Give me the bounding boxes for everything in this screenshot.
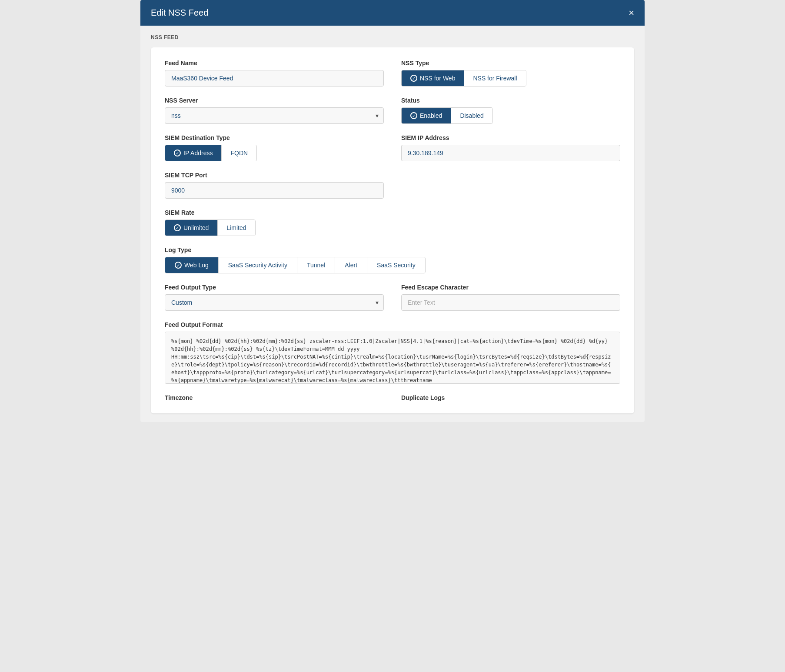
saas-security-label: SaaS Security <box>377 262 416 269</box>
siem-ip-address-label: SIEM IP Address <box>401 134 620 141</box>
timezone-group: Timezone <box>165 394 384 401</box>
unlimited-btn[interactable]: ✓ Unlimited <box>165 220 217 236</box>
alert-label: Alert <box>345 262 357 269</box>
siem-destination-type-group: SIEM Destination Type ✓ IP Address FQDN <box>165 134 384 161</box>
feed-escape-character-input[interactable] <box>401 294 620 311</box>
nss-server-select-wrapper: nss ▾ <box>165 107 384 124</box>
close-button[interactable]: × <box>629 8 634 18</box>
duplicate-logs-label: Duplicate Logs <box>401 394 620 401</box>
siem-tcp-port-label: SIEM TCP Port <box>165 172 384 179</box>
feed-name-label: Feed Name <box>165 60 384 67</box>
nss-web-label: NSS for Web <box>420 75 455 82</box>
fqdn-label: FQDN <box>230 150 248 156</box>
siem-tcp-port-input[interactable] <box>165 182 384 199</box>
timezone-label: Timezone <box>165 394 384 401</box>
fqdn-btn[interactable]: FQDN <box>221 145 256 161</box>
saas-security-activity-label: SaaS Security Activity <box>228 262 287 269</box>
tunnel-label: Tunnel <box>307 262 325 269</box>
enabled-label: Enabled <box>420 112 442 119</box>
nss-type-group: NSS Type ✓ NSS for Web NSS for Firewall <box>401 60 620 86</box>
check-icon: ✓ <box>174 150 181 156</box>
modal-header: Edit NSS Feed × <box>140 0 645 26</box>
limited-label: Limited <box>226 224 246 231</box>
disabled-label: Disabled <box>460 112 483 119</box>
siem-rate-right-spacer <box>401 209 620 236</box>
nss-web-btn[interactable]: ✓ NSS for Web <box>402 70 464 86</box>
alert-btn[interactable]: Alert <box>335 257 367 273</box>
check-icon: ✓ <box>175 262 182 269</box>
log-type-toggle: ✓ Web Log SaaS Security Activity Tunnel … <box>165 257 426 273</box>
section-label: NSS FEED <box>151 34 634 40</box>
nss-firewall-label: NSS for Firewall <box>473 75 517 82</box>
modal-body: NSS FEED Feed Name NSS Type ✓ NSS for We… <box>140 26 645 422</box>
feed-output-type-select-wrapper: Custom CEF LEEF JSON ▾ <box>165 294 384 311</box>
check-icon: ✓ <box>410 75 417 82</box>
nss-type-toggle: ✓ NSS for Web NSS for Firewall <box>401 70 526 86</box>
nss-server-group: NSS Server nss ▾ <box>165 97 384 124</box>
tunnel-btn[interactable]: Tunnel <box>297 257 335 273</box>
web-log-label: Web Log <box>184 262 209 269</box>
siem-destination-toggle: ✓ IP Address FQDN <box>165 145 257 161</box>
log-type-label: Log Type <box>165 246 620 253</box>
siem-tcp-port-right-spacer <box>401 172 620 199</box>
feed-output-format-textarea[interactable]: %s{mon} %02d{dd} %02d{hh}:%02d{mm}:%02d{… <box>165 332 620 384</box>
enabled-btn[interactable]: ✓ Enabled <box>402 108 451 123</box>
limited-btn[interactable]: Limited <box>217 220 255 236</box>
feed-name-group: Feed Name <box>165 60 384 86</box>
duplicate-logs-group: Duplicate Logs <box>401 394 620 401</box>
status-toggle: ✓ Enabled Disabled <box>401 107 493 124</box>
form-card: Feed Name NSS Type ✓ NSS for Web NSS for… <box>151 47 634 413</box>
check-icon: ✓ <box>174 224 181 231</box>
siem-ip-address-input[interactable] <box>401 145 620 161</box>
log-type-group: Log Type ✓ Web Log SaaS Security Activit… <box>165 246 620 273</box>
feed-escape-character-group: Feed Escape Character <box>401 284 620 311</box>
disabled-btn[interactable]: Disabled <box>451 108 492 123</box>
feed-escape-character-label: Feed Escape Character <box>401 284 620 291</box>
saas-security-activity-btn[interactable]: SaaS Security Activity <box>218 257 297 273</box>
web-log-btn[interactable]: ✓ Web Log <box>165 257 218 273</box>
feed-output-type-group: Feed Output Type Custom CEF LEEF JSON ▾ <box>165 284 384 311</box>
siem-rate-label: SIEM Rate <box>165 209 384 216</box>
siem-ip-address-group: SIEM IP Address <box>401 134 620 161</box>
feed-output-format-label: Feed Output Format <box>165 321 620 328</box>
nss-server-label: NSS Server <box>165 97 384 104</box>
feed-name-input[interactable] <box>165 70 384 86</box>
siem-tcp-port-group: SIEM TCP Port <box>165 172 384 199</box>
modal-title: Edit NSS Feed <box>151 8 208 18</box>
siem-rate-group: SIEM Rate ✓ Unlimited Limited <box>165 209 384 236</box>
status-label: Status <box>401 97 620 104</box>
unlimited-label: Unlimited <box>183 224 209 231</box>
nss-type-label: NSS Type <box>401 60 620 67</box>
status-group: Status ✓ Enabled Disabled <box>401 97 620 124</box>
ip-address-label: IP Address <box>183 150 213 156</box>
nss-firewall-btn[interactable]: NSS for Firewall <box>464 70 526 86</box>
check-icon: ✓ <box>410 112 417 119</box>
siem-destination-type-label: SIEM Destination Type <box>165 134 384 141</box>
feed-output-type-select[interactable]: Custom CEF LEEF JSON <box>165 294 384 311</box>
feed-output-format-group: Feed Output Format %s{mon} %02d{dd} %02d… <box>165 321 620 384</box>
nss-server-select[interactable]: nss <box>165 107 384 124</box>
siem-rate-toggle: ✓ Unlimited Limited <box>165 220 256 236</box>
feed-output-type-label: Feed Output Type <box>165 284 384 291</box>
saas-security-btn[interactable]: SaaS Security <box>367 257 425 273</box>
ip-address-btn[interactable]: ✓ IP Address <box>165 145 221 161</box>
form-grid: Feed Name NSS Type ✓ NSS for Web NSS for… <box>165 60 620 401</box>
